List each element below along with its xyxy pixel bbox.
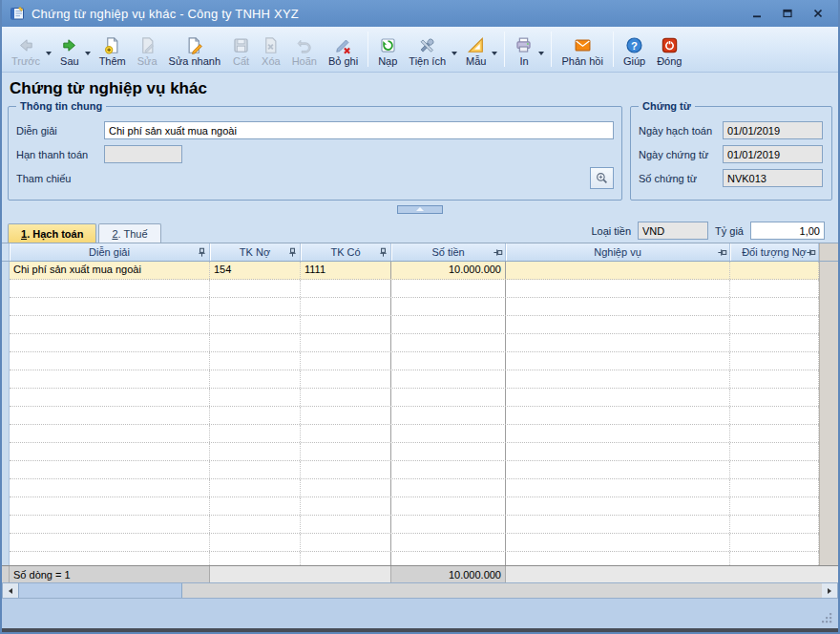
table-cell[interactable] xyxy=(210,370,301,388)
scrollbar-thumb[interactable] xyxy=(18,583,182,598)
table-cell[interactable]: 10.000.000 xyxy=(391,262,506,279)
table-cell[interactable] xyxy=(730,534,819,551)
table-cell[interactable] xyxy=(506,425,730,442)
table-cell[interactable] xyxy=(210,497,301,515)
table-cell[interactable] xyxy=(730,389,819,406)
scroll-left-button[interactable] xyxy=(3,583,18,598)
table-cell[interactable] xyxy=(301,461,391,478)
table-cell[interactable] xyxy=(210,316,301,333)
table-cell[interactable] xyxy=(506,461,730,478)
toolbar-button-prev[interactable]: Trước xyxy=(6,34,46,71)
toolbar-button-template[interactable]: Mẫu xyxy=(460,34,492,71)
toolbar-button-quick-edit[interactable]: Sửa nhanh xyxy=(163,34,226,71)
toolbar-button-add[interactable]: Thêm xyxy=(94,34,132,71)
scrollbar-track[interactable] xyxy=(182,583,822,598)
tab-thue[interactable]: 2. Thuế xyxy=(98,223,160,243)
table-cell[interactable] xyxy=(10,497,210,515)
table-cell[interactable] xyxy=(301,443,391,460)
dien-giai-input[interactable] xyxy=(104,121,614,139)
tab-hach-toan[interactable]: 1. Hạch toán xyxy=(8,223,96,243)
toolbar-button-close-window[interactable]: Đóng xyxy=(651,34,687,71)
table-row-selected[interactable]: Chi phí sản xuất mua ngoài154111110.000.… xyxy=(10,262,819,280)
table-cell[interactable] xyxy=(730,407,819,424)
grid-right-filler[interactable] xyxy=(819,262,838,565)
table-row-empty[interactable] xyxy=(10,516,819,534)
table-cell[interactable] xyxy=(10,534,210,551)
table-cell[interactable] xyxy=(391,552,506,565)
dropdown-caret-icon[interactable] xyxy=(46,52,52,55)
table-cell[interactable] xyxy=(301,425,391,442)
table-row-empty[interactable] xyxy=(10,334,819,352)
table-cell[interactable]: 1111 xyxy=(301,262,391,279)
maximize-button[interactable] xyxy=(775,4,800,23)
han-thanh-toan-input[interactable] xyxy=(104,145,182,163)
table-cell[interactable] xyxy=(10,334,210,351)
table-cell[interactable] xyxy=(10,280,210,297)
toolbar-button-utilities[interactable]: Tiện ích xyxy=(403,34,452,71)
table-cell[interactable] xyxy=(506,389,730,406)
table-cell[interactable] xyxy=(10,298,210,315)
toolbar-button-next[interactable]: Sau xyxy=(54,34,85,71)
table-cell[interactable] xyxy=(301,389,391,406)
table-row-empty[interactable] xyxy=(10,298,819,316)
table-cell[interactable] xyxy=(506,534,730,551)
table-cell[interactable] xyxy=(391,352,506,370)
table-row-empty[interactable] xyxy=(10,497,819,516)
table-cell[interactable] xyxy=(301,298,391,315)
table-row-empty[interactable] xyxy=(10,461,819,479)
table-cell[interactable] xyxy=(210,443,301,460)
table-cell[interactable] xyxy=(391,280,506,297)
pin-icon[interactable] xyxy=(806,247,816,258)
table-cell[interactable] xyxy=(10,479,210,497)
table-cell[interactable] xyxy=(10,316,210,333)
table-cell[interactable] xyxy=(730,425,819,442)
toolbar-button-reload[interactable]: Nạp xyxy=(372,34,403,71)
table-cell[interactable] xyxy=(301,479,391,497)
table-row-empty[interactable] xyxy=(10,443,819,461)
table-cell[interactable] xyxy=(730,497,819,515)
table-cell[interactable] xyxy=(391,443,506,460)
table-cell[interactable] xyxy=(301,370,391,388)
toolbar-button-feedback[interactable]: Phản hồi xyxy=(556,34,608,71)
table-row-empty[interactable] xyxy=(10,479,819,497)
toolbar-button-delete[interactable]: Xóa xyxy=(256,34,286,71)
table-row-empty[interactable] xyxy=(10,425,819,443)
table-cell[interactable] xyxy=(730,334,819,351)
table-cell[interactable]: Chi phí sản xuất mua ngoài xyxy=(10,262,210,279)
table-row-empty[interactable] xyxy=(10,280,819,298)
table-cell[interactable] xyxy=(210,461,301,478)
table-cell[interactable] xyxy=(730,461,819,478)
pin-icon[interactable] xyxy=(378,247,388,258)
pin-icon[interactable] xyxy=(197,247,207,258)
table-cell[interactable] xyxy=(210,334,301,351)
loai-tien-input[interactable] xyxy=(638,222,708,240)
dropdown-caret-icon[interactable] xyxy=(85,52,91,55)
column-header-2[interactable]: TK Nợ xyxy=(210,243,301,261)
table-row-empty[interactable] xyxy=(10,407,819,425)
column-header-5[interactable]: Nghiệp vụ xyxy=(506,243,730,261)
toolbar-button-unpost[interactable]: Bỏ ghi xyxy=(323,34,364,71)
table-cell[interactable] xyxy=(391,497,506,515)
splitter-collapse-button[interactable] xyxy=(397,205,443,214)
table-cell[interactable] xyxy=(10,443,210,460)
table-cell[interactable] xyxy=(10,516,210,533)
table-cell[interactable] xyxy=(391,516,506,533)
table-row-empty[interactable] xyxy=(10,552,819,565)
table-cell[interactable] xyxy=(506,334,730,351)
table-cell[interactable] xyxy=(506,370,730,388)
table-row-empty[interactable] xyxy=(10,389,819,407)
toolbar-button-print[interactable]: In xyxy=(509,34,538,71)
toolbar-button-undo[interactable]: Hoãn xyxy=(286,34,323,71)
table-cell[interactable] xyxy=(10,552,210,565)
table-cell[interactable] xyxy=(506,479,730,497)
close-button[interactable] xyxy=(806,4,830,23)
dropdown-caret-icon[interactable] xyxy=(492,52,497,55)
table-cell[interactable] xyxy=(506,298,730,315)
table-row-empty[interactable] xyxy=(10,534,819,552)
table-cell[interactable] xyxy=(506,352,730,370)
table-cell[interactable] xyxy=(506,497,730,515)
table-cell[interactable] xyxy=(730,262,819,279)
table-cell[interactable] xyxy=(730,552,819,565)
pin-icon[interactable] xyxy=(493,247,503,258)
table-cell[interactable] xyxy=(210,298,301,315)
